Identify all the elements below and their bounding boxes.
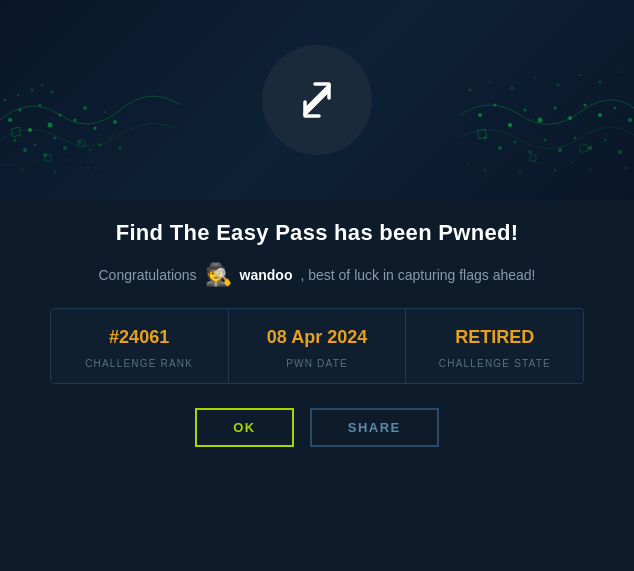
svg-point-78 — [621, 71, 623, 73]
date-value: 08 Apr 2024 — [267, 327, 367, 348]
svg-point-57 — [618, 150, 622, 154]
svg-point-72 — [489, 81, 491, 83]
svg-point-12 — [4, 99, 7, 102]
stats-row: #24061 CHALLENGE RANK 08 Apr 2024 PWN DA… — [50, 308, 585, 384]
state-value: RETIRED — [455, 327, 534, 348]
svg-point-32 — [87, 167, 90, 170]
ok-button[interactable]: OK — [195, 408, 294, 447]
svg-point-27 — [7, 164, 9, 166]
svg-point-77 — [599, 81, 602, 84]
stat-state: RETIRED CHALLENGE STATE — [406, 309, 583, 383]
stat-date: 08 Apr 2024 PWN DATE — [229, 309, 407, 383]
svg-point-55 — [588, 146, 592, 150]
svg-point-21 — [113, 120, 117, 124]
svg-point-8 — [34, 144, 37, 147]
svg-point-51 — [528, 150, 532, 154]
svg-point-25 — [109, 137, 111, 139]
svg-point-42 — [554, 107, 557, 110]
svg-point-29 — [37, 161, 39, 163]
hacker-icon: 🕵️ — [205, 262, 232, 288]
pwned-icon — [262, 45, 372, 155]
svg-rect-68 — [477, 129, 486, 138]
svg-point-4 — [48, 123, 53, 128]
svg-point-62 — [537, 162, 539, 164]
svg-point-59 — [484, 169, 487, 172]
svg-rect-70 — [580, 144, 588, 152]
svg-point-18 — [83, 106, 87, 110]
svg-point-50 — [514, 141, 517, 144]
svg-point-65 — [589, 169, 592, 172]
svg-line-79 — [307, 86, 329, 108]
svg-point-53 — [558, 148, 562, 152]
svg-point-60 — [501, 161, 503, 163]
svg-point-22 — [79, 141, 82, 144]
svg-point-56 — [604, 139, 607, 142]
svg-point-17 — [74, 119, 77, 122]
username: wandoo — [240, 267, 293, 283]
svg-rect-36 — [78, 139, 86, 147]
content-area: Find The Easy Pass has been Pwned! Congr… — [0, 200, 634, 571]
svg-point-76 — [579, 74, 581, 76]
svg-point-26 — [119, 147, 122, 150]
buttons-row: OK SHARE — [195, 408, 439, 447]
svg-point-37 — [478, 113, 482, 117]
svg-point-7 — [23, 148, 27, 152]
svg-point-71 — [469, 89, 472, 92]
svg-rect-35 — [45, 155, 52, 162]
date-label: PWN DATE — [286, 358, 348, 369]
svg-point-73 — [511, 87, 514, 90]
svg-point-66 — [607, 161, 609, 163]
svg-point-15 — [41, 84, 43, 86]
rank-value: #24061 — [109, 327, 169, 348]
svg-point-46 — [614, 107, 617, 110]
svg-point-74 — [534, 77, 536, 79]
congrats-label: Congratulations — [99, 267, 197, 283]
svg-point-41 — [538, 118, 543, 123]
svg-point-20 — [104, 111, 106, 113]
svg-point-2 — [28, 128, 32, 132]
svg-point-6 — [14, 139, 17, 142]
svg-point-14 — [31, 89, 34, 92]
congrats-row: Congratulations 🕵️ wandoo , best of luck… — [99, 262, 536, 288]
svg-point-45 — [598, 113, 602, 117]
svg-point-13 — [17, 94, 19, 96]
congrats-message: , best of luck in capturing flags ahead! — [300, 267, 535, 283]
svg-point-64 — [571, 161, 573, 163]
svg-point-63 — [554, 169, 557, 172]
rank-label: CHALLENGE RANK — [85, 358, 193, 369]
svg-point-19 — [94, 127, 97, 130]
svg-point-23 — [89, 149, 91, 151]
stat-rank: #24061 CHALLENGE RANK — [51, 309, 229, 383]
svg-point-24 — [99, 144, 102, 147]
svg-point-61 — [519, 171, 522, 174]
svg-point-40 — [524, 109, 527, 112]
svg-point-52 — [544, 139, 547, 142]
svg-point-33 — [101, 174, 103, 176]
svg-point-44 — [584, 104, 587, 107]
svg-point-47 — [628, 118, 632, 122]
svg-point-31 — [69, 159, 71, 161]
svg-point-11 — [63, 146, 67, 150]
challenge-title: Find The Easy Pass has been Pwned! — [116, 220, 519, 246]
svg-point-54 — [574, 137, 577, 140]
svg-point-75 — [557, 84, 560, 87]
expand-arrows-icon — [287, 70, 347, 130]
svg-point-16 — [51, 91, 54, 94]
svg-point-39 — [508, 123, 512, 127]
svg-point-58 — [467, 164, 469, 166]
svg-point-30 — [54, 171, 57, 174]
svg-point-28 — [21, 169, 24, 172]
share-button[interactable]: SHARE — [310, 408, 439, 447]
svg-rect-69 — [530, 155, 537, 162]
svg-line-80 — [305, 92, 327, 114]
svg-point-0 — [8, 118, 12, 122]
svg-point-10 — [54, 137, 57, 140]
svg-point-67 — [625, 167, 628, 170]
banner — [0, 0, 634, 200]
state-label: CHALLENGE STATE — [439, 358, 551, 369]
svg-point-3 — [39, 104, 42, 107]
svg-point-49 — [498, 146, 502, 150]
